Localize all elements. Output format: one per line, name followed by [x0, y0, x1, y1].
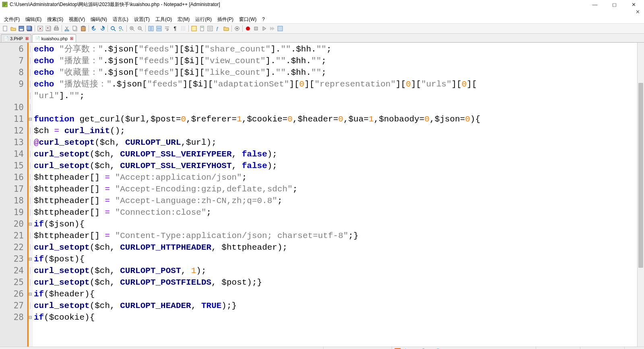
svg-rect-15	[81, 27, 85, 31]
svg-point-32	[246, 27, 250, 31]
svg-rect-24	[157, 29, 161, 31]
tabbar: 📄 3.PHP ⊠ 📄 kuaishou.php ⊠	[0, 34, 644, 43]
zoom-in-icon[interactable]	[128, 25, 136, 32]
tab-3-php[interactable]: 📄 3.PHP ⊠	[1, 34, 31, 42]
close-file-icon[interactable]	[37, 25, 44, 32]
save-macro-icon[interactable]	[277, 25, 284, 32]
svg-point-18	[119, 27, 122, 29]
secondary-close-button[interactable]: ✕	[0, 9, 644, 15]
svg-rect-34	[278, 26, 283, 31]
window-title: C:\Users\Administrator\Desktop\网站源码\2023…	[10, 1, 589, 8]
menu-edit[interactable]: 编辑(E)	[23, 16, 44, 23]
copy-icon[interactable]	[72, 25, 79, 32]
status-length: length : 4,033 lines : 49	[324, 347, 392, 349]
zoom-out-icon[interactable]	[136, 25, 144, 32]
sync-h-icon[interactable]	[155, 25, 163, 32]
status-position: 0 | 0	[452, 347, 536, 349]
func-list-icon[interactable]: ƒ	[215, 25, 222, 32]
menu-language[interactable]: 语言(L)	[110, 16, 131, 23]
tab-close-icon[interactable]: ⊠	[25, 36, 29, 41]
svg-rect-33	[254, 27, 258, 30]
folder-icon[interactable]	[223, 25, 230, 32]
menu-file[interactable]: 文件(F)	[2, 16, 22, 23]
menu-macro[interactable]: 宏(M)	[175, 16, 192, 23]
svg-rect-23	[157, 26, 161, 28]
paste-icon[interactable]	[80, 25, 87, 32]
svg-rect-16	[82, 26, 85, 27]
redo-icon[interactable]	[99, 25, 106, 32]
stop-macro-icon[interactable]	[252, 25, 260, 32]
close-button[interactable]: ✕	[628, 0, 639, 8]
file-icon: 📄	[35, 36, 40, 41]
tab-kuaishou-php[interactable]: 📄 kuaishou.php ⊠	[32, 34, 76, 42]
svg-rect-1	[3, 26, 7, 31]
scroll-thumb[interactable]	[638, 83, 643, 268]
svg-rect-14	[73, 26, 76, 30]
status-encoding[interactable]: UTF-8	[580, 347, 625, 349]
record-macro-icon[interactable]	[244, 25, 252, 32]
save-all-icon[interactable]	[26, 25, 33, 32]
status-eol[interactable]: Unix (LF)	[536, 347, 580, 349]
window-controls: — ◻ ✕	[589, 0, 642, 8]
svg-rect-5	[27, 26, 31, 30]
status-filetype: PHP Hypertext Preprocessor file	[2, 347, 324, 349]
titlebar: C:\Users\Administrator\Desktop\网站源码\2023…	[0, 0, 644, 9]
save-icon[interactable]	[18, 25, 25, 32]
play-macro-icon[interactable]	[260, 25, 268, 32]
tab-close-icon[interactable]: ⊠	[70, 36, 73, 41]
undo-icon[interactable]	[91, 25, 98, 32]
svg-rect-25	[192, 26, 196, 31]
svg-point-17	[111, 27, 114, 30]
file-icon: 📄	[4, 36, 8, 41]
fold-column[interactable]: ││││││⊟││││││││⊟││⊟││⊟│⊟	[27, 43, 33, 347]
play-multi-icon[interactable]	[268, 25, 276, 32]
line-gutter: 6789 10111213141516171819202122232425262…	[0, 43, 27, 347]
svg-rect-10	[55, 26, 58, 28]
svg-rect-27	[201, 27, 203, 28]
editor[interactable]: 6789 10111213141516171819202122232425262…	[0, 43, 644, 347]
monitor-icon[interactable]	[233, 25, 241, 32]
svg-rect-9	[54, 28, 58, 30]
app-icon	[2, 1, 8, 8]
new-file-icon[interactable]	[2, 25, 9, 32]
vertical-scrollbar[interactable]	[637, 43, 644, 347]
menubar: 文件(F) 编辑(E) 搜索(S) 视图(V) 编码(N) 语言(L) 设置(T…	[0, 15, 644, 23]
code-area[interactable]: echo "分享数：".$json["feeds"][$i]["share_co…	[33, 43, 644, 347]
menu-window[interactable]: 窗口(W)	[237, 16, 259, 23]
sync-v-icon[interactable]	[147, 25, 155, 32]
svg-rect-26	[200, 26, 204, 31]
print-icon[interactable]	[53, 25, 60, 32]
menu-settings[interactable]: 设置(T)	[132, 16, 152, 23]
menu-tools[interactable]: 工具(O)	[153, 16, 174, 23]
menu-encoding[interactable]: 编码(N)	[88, 16, 109, 23]
indent-guide-icon[interactable]	[180, 25, 187, 32]
tab-label: kuaishou.php	[41, 36, 68, 41]
doc-list-icon[interactable]	[206, 25, 214, 32]
open-file-icon[interactable]	[10, 25, 17, 32]
wrap-icon[interactable]	[163, 25, 171, 32]
close-all-icon[interactable]	[45, 25, 52, 32]
find-icon[interactable]	[109, 25, 117, 32]
maximize-button[interactable]: ◻	[609, 0, 620, 8]
svg-rect-21	[149, 26, 151, 31]
minimize-button[interactable]: —	[589, 0, 601, 8]
status-insert[interactable]: INS	[625, 347, 644, 349]
lang-user-icon[interactable]	[190, 25, 198, 32]
svg-point-31	[236, 28, 238, 29]
replace-icon[interactable]	[118, 25, 125, 32]
tab-label: 3.PHP	[10, 36, 23, 41]
svg-rect-3	[20, 29, 23, 31]
menu-plugins[interactable]: 插件(P)	[215, 16, 236, 23]
doc-map-icon[interactable]	[198, 25, 206, 32]
menu-view[interactable]: 视图(V)	[66, 16, 87, 23]
menu-search[interactable]: 搜索(S)	[45, 16, 66, 23]
toolbar: ¶ ƒ	[0, 23, 644, 34]
show-chars-icon[interactable]: ¶	[171, 25, 179, 32]
menu-run[interactable]: 运行(R)	[193, 16, 214, 23]
statusbar: PHP Hypertext Preprocessor file length :…	[0, 347, 644, 349]
svg-rect-22	[151, 26, 153, 31]
menu-help[interactable]: ?	[260, 16, 267, 23]
cut-icon[interactable]	[64, 25, 71, 32]
svg-text:ƒ: ƒ	[216, 26, 219, 31]
